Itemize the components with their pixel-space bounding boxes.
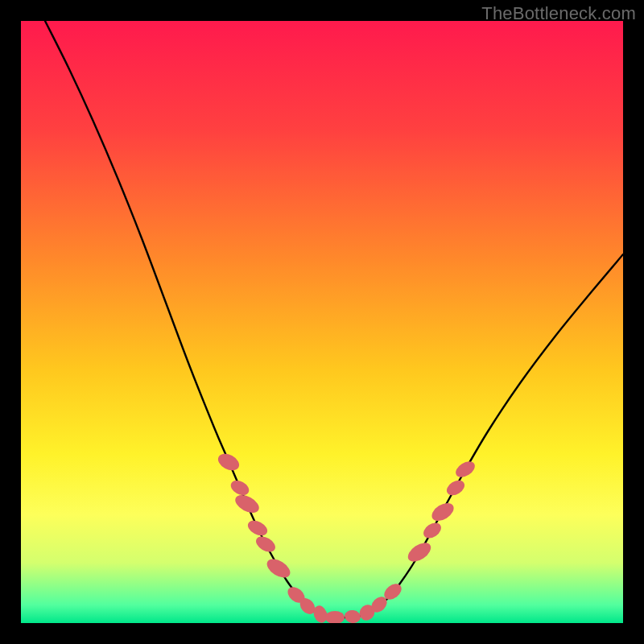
highlight-dots (215, 450, 477, 623)
svg-point-5 (254, 534, 279, 555)
plot-area (21, 21, 623, 623)
svg-point-1 (215, 450, 242, 473)
svg-point-2 (229, 477, 252, 497)
svg-point-17 (429, 499, 457, 524)
curve-line (45, 21, 623, 617)
svg-point-11 (344, 609, 361, 623)
svg-point-18 (444, 477, 468, 498)
svg-point-15 (405, 539, 435, 566)
svg-point-19 (453, 458, 478, 480)
chart-svg (21, 21, 623, 623)
watermark-text: TheBottleneck.com (481, 3, 636, 24)
svg-point-6 (264, 555, 294, 581)
svg-point-16 (421, 520, 444, 542)
svg-point-10 (325, 611, 345, 623)
svg-point-3 (233, 492, 262, 517)
outer-frame: TheBottleneck.com (0, 0, 644, 644)
svg-point-4 (246, 518, 270, 539)
